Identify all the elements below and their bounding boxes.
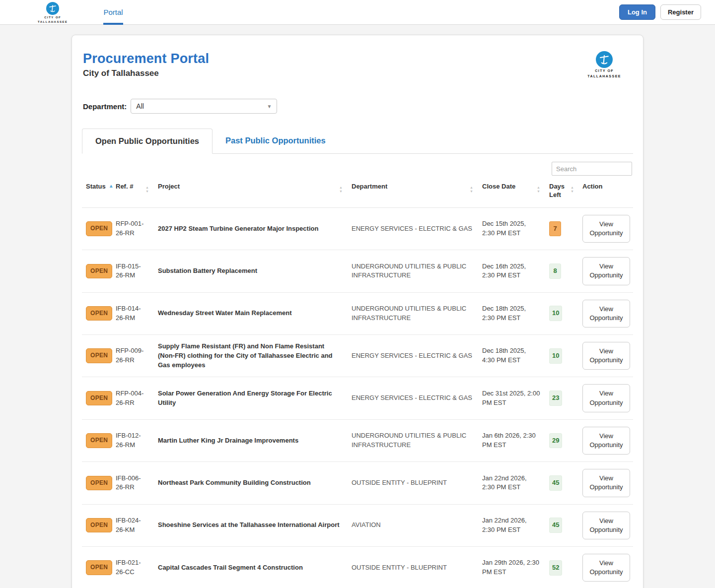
portal-link[interactable]: Portal: [103, 8, 123, 16]
city-logo-icon: [596, 51, 613, 68]
table-body: OPEN RFP-001-26-RR 2027 HP2 Steam Turbin…: [82, 207, 633, 588]
sort-icon: ▲▼: [537, 186, 540, 193]
close-date-cell: Dec 18th 2025, 4:30 PM EST: [478, 346, 545, 365]
status-badge: OPEN: [86, 306, 112, 321]
table-row: OPEN IFB-006-26-RR Northeast Park Commun…: [82, 462, 633, 504]
days-left-badge: 45: [549, 518, 562, 533]
table-row: OPEN IFB-012-26-RM Martin Luther King Jr…: [82, 420, 633, 462]
status-badge: OPEN: [86, 433, 112, 448]
top-navbar: CITY OFTALLAHASSEE Portal Log In Registe…: [0, 0, 715, 25]
days-left-badge: 29: [549, 433, 562, 449]
ref-cell: RFP-001-26-RR: [112, 219, 154, 238]
close-date-cell: Dec 15th 2025, 2:30 PM EST: [478, 219, 545, 238]
sort-icon: ▲▼: [339, 186, 343, 193]
status-badge: OPEN: [86, 348, 112, 363]
column-header-department[interactable]: Department ▲▼: [348, 183, 478, 199]
column-header-project[interactable]: Project ▲▼: [154, 183, 348, 199]
city-logo[interactable]: CITY OFTALLAHASSEE: [38, 0, 68, 24]
card-header: Procurement Portal City of Tallahassee C…: [82, 48, 633, 79]
department-cell: OUTSIDE ENTITY - BLUEPRINT: [348, 563, 478, 573]
status-badge: OPEN: [86, 476, 112, 490]
project-cell: Solar Power Generation And Energy Storag…: [154, 389, 348, 408]
ref-cell: IFB-021-26-CC: [112, 558, 154, 577]
ref-cell: IFB-015-26-RM: [112, 262, 154, 281]
ref-cell: IFB-012-26-RM: [112, 431, 154, 450]
project-cell: Wednesday Street Water Main Replacement: [154, 309, 348, 318]
department-cell: UNDERGROUND UTILITIES & PUBLIC INFRASTRU…: [348, 431, 478, 450]
ref-cell: IFB-006-26-RR: [112, 474, 154, 493]
tab-past-public-opportunities[interactable]: Past Public Opportunities: [213, 129, 339, 153]
login-button[interactable]: Log In: [619, 4, 655, 20]
column-header-ref[interactable]: Ref. # ▲▼: [112, 183, 154, 199]
department-cell: AVIATION: [348, 521, 478, 530]
view-opportunity-button[interactable]: View Opportunity: [582, 427, 630, 455]
table-row: OPEN IFB-015-26-RM Substation Battery Re…: [82, 250, 633, 292]
table-header-row: Status ▲ Ref. # ▲▼ Project ▲▼ Department…: [82, 176, 633, 207]
view-opportunity-button[interactable]: View Opportunity: [582, 215, 630, 243]
project-cell: Shoeshine Services at the Tallahassee In…: [154, 521, 348, 530]
portal-active-indicator: [103, 23, 123, 25]
nav-actions: Log In Register: [619, 4, 701, 20]
opportunity-tabs: Open Public Opportunities Past Public Op…: [82, 129, 633, 154]
ref-cell: IFB-014-26-RM: [112, 304, 154, 323]
close-date-cell: Jan 22nd 2026, 2:30 PM EST: [478, 516, 545, 535]
close-date-cell: Dec 16th 2025, 2:30 PM EST: [478, 262, 545, 281]
days-left-badge: 52: [549, 560, 562, 576]
department-select[interactable]: All ▼: [131, 99, 277, 114]
tab-open-public-opportunities[interactable]: Open Public Opportunities: [82, 129, 213, 154]
days-left-badge: 10: [549, 306, 562, 321]
procurement-portal-card: Procurement Portal City of Tallahassee C…: [72, 35, 644, 588]
status-badge: OPEN: [86, 221, 112, 236]
view-opportunity-button[interactable]: View Opportunity: [582, 257, 630, 285]
card-logo: CITY OFTALLAHASSEE: [587, 51, 621, 79]
view-opportunity-button[interactable]: View Opportunity: [582, 342, 630, 370]
city-logo-icon: [46, 2, 59, 15]
table-row: OPEN IFB-021-26-CC Capital Cascades Trai…: [82, 547, 633, 588]
table-row: OPEN RFP-004-26-RR Solar Power Generatio…: [82, 377, 633, 419]
city-logo-text: CITY OFTALLAHASSEE: [38, 15, 68, 24]
department-cell: UNDERGROUND UTILITIES & PUBLIC INFRASTRU…: [348, 304, 478, 323]
project-cell: Substation Battery Replacement: [154, 266, 348, 276]
view-opportunity-button[interactable]: View Opportunity: [582, 512, 630, 539]
ref-cell: RFP-009-26-RR: [112, 346, 154, 365]
view-opportunity-button[interactable]: View Opportunity: [582, 554, 630, 582]
status-badge: OPEN: [86, 264, 112, 278]
column-header-action: Action: [578, 183, 634, 199]
project-cell: Martin Luther King Jr Drainage Improveme…: [154, 436, 348, 446]
view-opportunity-button[interactable]: View Opportunity: [582, 384, 630, 412]
department-filter-row: Department: All ▼: [82, 99, 633, 114]
view-opportunity-button[interactable]: View Opportunity: [582, 300, 630, 327]
sort-icon: ▲▼: [470, 186, 473, 193]
close-date-cell: Dec 18th 2025, 2:30 PM EST: [478, 304, 545, 323]
department-cell: ENERGY SERVICES - ELECTRIC & GAS: [348, 393, 478, 403]
department-cell: UNDERGROUND UTILITIES & PUBLIC INFRASTRU…: [348, 262, 478, 281]
status-badge: OPEN: [86, 391, 112, 405]
nav-item-portal[interactable]: Portal: [103, 0, 123, 25]
department-label: Department:: [83, 102, 127, 111]
table-row: OPEN IFB-024-26-KM Shoeshine Services at…: [82, 505, 633, 547]
close-date-cell: Jan 29th 2026, 2:30 PM EST: [478, 558, 545, 577]
status-badge: OPEN: [86, 560, 112, 575]
search-input[interactable]: [552, 162, 632, 176]
close-date-cell: Dec 31st 2025, 2:00 PM EST: [478, 389, 545, 408]
column-header-close-date[interactable]: Close Date ▲▼: [478, 183, 545, 199]
column-header-days-left[interactable]: Days Left ▲▼: [545, 183, 578, 199]
register-button[interactable]: Register: [660, 4, 701, 20]
sort-icon: ▲▼: [145, 186, 149, 193]
table-row: OPEN RFP-001-26-RR 2027 HP2 Steam Turbin…: [82, 208, 633, 250]
city-logo-text: CITY OFTALLAHASSEE: [587, 68, 621, 79]
page-subtitle: City of Tallahassee: [83, 68, 209, 78]
project-cell: 2027 HP2 Steam Turbine Generator Major I…: [154, 224, 348, 234]
view-opportunity-button[interactable]: View Opportunity: [582, 469, 630, 497]
days-left-badge: 45: [549, 475, 562, 491]
sort-icon: ▲▼: [571, 186, 574, 193]
days-left-badge: 23: [549, 391, 562, 406]
project-cell: Capital Cascades Trail Segment 4 Constru…: [154, 563, 348, 573]
table-row: OPEN RFP-009-26-RR Supply Flame Resistan…: [82, 335, 633, 378]
department-cell: OUTSIDE ENTITY - BLUEPRINT: [348, 478, 478, 488]
chevron-down-icon: ▼: [267, 104, 272, 109]
days-left-badge: 8: [549, 263, 561, 279]
page-title: Procurement Portal: [83, 51, 209, 66]
project-cell: Northeast Park Community Building Constr…: [154, 478, 348, 488]
column-header-status[interactable]: Status ▲: [82, 183, 112, 199]
